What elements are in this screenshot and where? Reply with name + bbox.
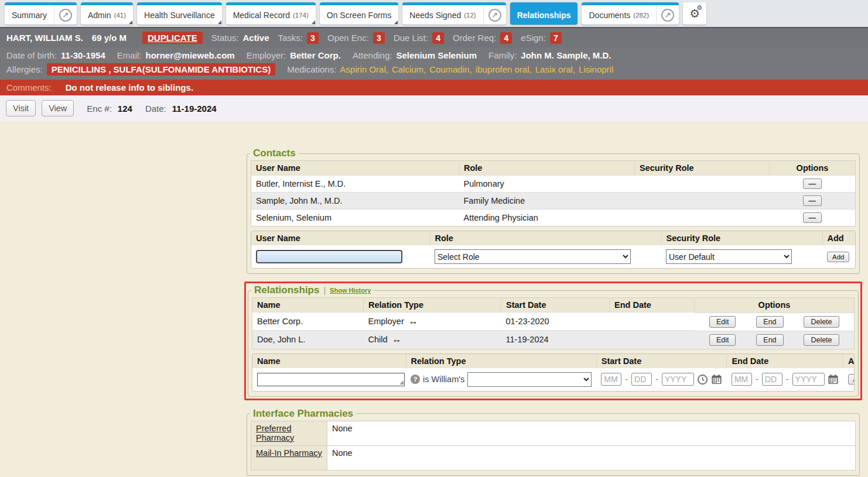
calendar-icon[interactable] bbox=[711, 374, 722, 385]
esign-count-badge[interactable]: 7 bbox=[550, 32, 562, 44]
status-label: Status: bbox=[211, 33, 239, 43]
mail-in-pharmacy-link[interactable]: Mail-In Pharmacy bbox=[256, 448, 322, 458]
email-label: Email: bbox=[117, 50, 142, 60]
start-date-month-input[interactable] bbox=[601, 373, 621, 386]
end-date-day-input[interactable] bbox=[762, 373, 782, 386]
end-relationship-button[interactable]: End bbox=[756, 334, 783, 346]
duplicate-flag[interactable]: DUPLICATE bbox=[142, 32, 203, 44]
tab-needs-signed[interactable]: Needs Signed (12) ↗ bbox=[402, 2, 505, 25]
view-button[interactable]: View bbox=[42, 100, 74, 116]
contacts-table: User Name Role Security Role Options But… bbox=[251, 160, 856, 227]
contacts-col-role: Role bbox=[459, 161, 635, 176]
help-icon[interactable]: ? bbox=[411, 375, 420, 384]
patient-demographics-bar: Date of birth: 11-30-1954 Email: horner@… bbox=[0, 47, 868, 80]
tab-summary-popout[interactable]: ↗ bbox=[54, 5, 77, 25]
tab-relationships[interactable]: Relationships bbox=[510, 2, 578, 25]
add-relationship-button[interactable]: Add bbox=[848, 374, 855, 385]
medication-link[interactable]: ibuprofen oral bbox=[476, 64, 532, 74]
show-history-link[interactable]: Show History bbox=[330, 287, 371, 294]
relationships-col-options: Options bbox=[695, 298, 855, 313]
remove-contact-button[interactable]: — bbox=[803, 179, 822, 189]
mail-in-pharmacy-value: None bbox=[327, 445, 856, 470]
allergies-value[interactable]: PENICILLINS , SULFA(SULFONAMIDE ANTIBIOT… bbox=[47, 63, 275, 76]
tasks-count-badge[interactable]: 3 bbox=[307, 32, 319, 44]
delete-relationship-button[interactable]: Delete bbox=[804, 334, 839, 346]
enc-date-label: Date: bbox=[145, 104, 166, 114]
add-contact-input-row: Select Role User Default Add bbox=[251, 245, 855, 268]
medication-link[interactable]: Aspirin Oral bbox=[340, 64, 388, 74]
bidirectional-arrow-icon: ↔ bbox=[392, 334, 402, 344]
open-enc-count-badge[interactable]: 3 bbox=[373, 32, 385, 44]
clock-icon[interactable] bbox=[697, 374, 708, 385]
contact-row: Butler, Internist E., M.D. Pulmonary — bbox=[251, 176, 856, 193]
relationships-section: Relationships | Show History Name Relati… bbox=[248, 284, 859, 397]
relationship-type: Child bbox=[368, 335, 388, 344]
external-link-icon: ↗ bbox=[59, 9, 72, 22]
end-date-year-input[interactable] bbox=[792, 373, 825, 386]
medication-link[interactable]: Lisinopril bbox=[579, 64, 613, 74]
contact-security-role bbox=[635, 193, 770, 210]
contact-user-name: Butler, Internist E., M.D. bbox=[251, 176, 459, 193]
add-contact-button[interactable]: Add bbox=[827, 252, 849, 262]
calendar-icon[interactable] bbox=[828, 374, 839, 385]
tab-health-surveillance[interactable]: Health Surveillance bbox=[137, 2, 222, 25]
tasks-label: Tasks: bbox=[278, 33, 303, 43]
relationship-name-input[interactable] bbox=[257, 373, 405, 386]
pharmacy-row: Preferred Pharmacy None bbox=[251, 421, 856, 445]
add-contact-panel: User Name Role Security Role Add Select … bbox=[251, 231, 856, 269]
tab-needs-signed-popout[interactable]: ↗ bbox=[483, 5, 506, 25]
tab-documents[interactable]: Documents (282) ↗ bbox=[582, 2, 679, 25]
end-relationship-button[interactable]: End bbox=[756, 316, 783, 328]
medication-link[interactable]: Calcium bbox=[392, 64, 426, 74]
bidirectional-arrow-icon: ↔ bbox=[409, 316, 418, 326]
tab-medical-record[interactable]: Medical Record (174) bbox=[226, 2, 316, 25]
relationship-start-date: 01-23-2020 bbox=[501, 313, 610, 331]
start-date-year-input[interactable] bbox=[662, 373, 694, 386]
remove-contact-button[interactable]: — bbox=[803, 195, 822, 206]
relationship-end-date bbox=[610, 331, 695, 349]
contacts-header-row: User Name Role Security Role Options bbox=[251, 161, 856, 176]
contacts-section: Contacts User Name Role Security Role Op… bbox=[247, 147, 860, 274]
remove-contact-button[interactable]: — bbox=[803, 212, 822, 223]
comments-label: Comments: bbox=[6, 83, 52, 92]
dob-label: Date of birth: bbox=[6, 50, 57, 60]
medication-link[interactable]: Lasix oral bbox=[535, 64, 575, 74]
relationships-col-relation-type: Relation Type bbox=[364, 298, 501, 313]
order-req-count-badge[interactable]: 4 bbox=[500, 32, 512, 44]
external-link-icon: ↗ bbox=[488, 9, 501, 22]
tab-admin[interactable]: Admin (41) bbox=[81, 2, 133, 25]
add-contact-col-user-name: User Name bbox=[251, 231, 430, 245]
tab-documents-popout[interactable]: ↗ bbox=[656, 5, 679, 25]
visit-button[interactable]: Visit bbox=[6, 100, 36, 116]
add-relationship-panel: Name Relation Type Start Date End Date A… bbox=[252, 354, 855, 392]
due-list-count-badge[interactable]: 4 bbox=[432, 32, 444, 44]
contact-security-role-select[interactable]: User Default bbox=[666, 249, 792, 264]
preferred-pharmacy-value: None bbox=[327, 421, 856, 445]
edit-relationship-button[interactable]: Edit bbox=[709, 316, 736, 328]
end-date-month-input[interactable] bbox=[732, 373, 752, 386]
edit-relationship-button[interactable]: Edit bbox=[709, 334, 736, 346]
enc-number-label: Enc #: bbox=[87, 104, 112, 114]
employer-value: Better Corp. bbox=[290, 50, 341, 60]
tab-on-screen-forms[interactable]: On Screen Forms bbox=[320, 2, 398, 25]
employer-label: Employer: bbox=[247, 50, 286, 60]
relationship-type: Employer bbox=[368, 317, 404, 326]
settings-button[interactable]: ⚙ ⚙ bbox=[683, 2, 706, 25]
relationships-col-end-date: End Date bbox=[610, 298, 695, 313]
attending-value: Selenium Selenium bbox=[396, 50, 477, 60]
relationship-end-date bbox=[610, 313, 695, 331]
medication-link[interactable]: Coumadin bbox=[429, 64, 472, 74]
start-date-day-input[interactable] bbox=[631, 373, 652, 386]
preferred-pharmacy-link[interactable]: Preferred Pharmacy bbox=[256, 424, 294, 442]
contact-row: Sample, John M., M.D. Family Medicine — bbox=[251, 193, 856, 210]
contact-user-name-input[interactable] bbox=[256, 250, 402, 263]
contact-role-select[interactable]: Select Role bbox=[435, 249, 631, 264]
delete-relationship-button[interactable]: Delete bbox=[804, 316, 839, 328]
top-tab-bar: Summary ↗ Admin (41) Health Surveillance… bbox=[0, 0, 868, 28]
family-value: John M. Sample, M.D. bbox=[521, 50, 611, 60]
tab-summary[interactable]: Summary ↗ bbox=[5, 2, 77, 25]
relation-type-select[interactable] bbox=[467, 372, 592, 387]
tab-medical-record-count: (174) bbox=[293, 12, 309, 19]
contact-row: Selenium, Selenium Attending Physician — bbox=[251, 210, 856, 227]
interface-pharmacies-title: Interface Pharmacies bbox=[250, 408, 356, 420]
